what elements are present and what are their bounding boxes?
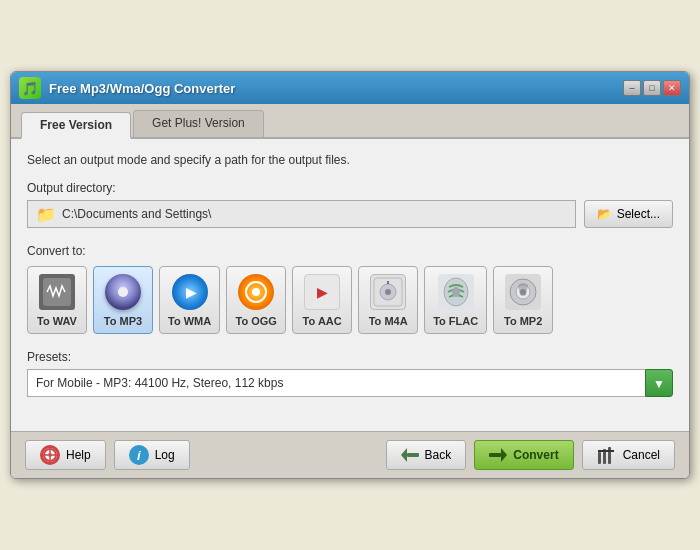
format-btn-flac[interactable]: To FLAC xyxy=(424,266,487,334)
flac-label: To FLAC xyxy=(433,315,478,327)
folder-select-icon: 📂 xyxy=(597,207,612,221)
tabs-bar: Free Version Get Plus! Version xyxy=(11,104,689,139)
format-btn-ogg[interactable]: To OGG xyxy=(226,266,286,334)
main-content: Select an output mode and specify a path… xyxy=(11,139,689,431)
back-button[interactable]: Back xyxy=(386,440,467,470)
ogg-label: To OGG xyxy=(235,315,276,327)
format-btn-wma[interactable]: To WMA xyxy=(159,266,220,334)
presets-row: For Mobile - MP3: 44100 Hz, Stereo, 112 … xyxy=(27,369,673,397)
cancel-icon xyxy=(597,446,617,464)
main-window: 🎵 Free Mp3/Wma/Ogg Converter – □ ✕ Free … xyxy=(10,71,690,479)
m4a-label: To M4A xyxy=(369,315,408,327)
svg-marker-20 xyxy=(501,448,507,462)
convert-button[interactable]: Convert xyxy=(474,440,573,470)
close-button[interactable]: ✕ xyxy=(663,80,681,96)
flac-icon xyxy=(437,273,475,311)
convert-to-label: Convert to: xyxy=(27,244,673,258)
help-button[interactable]: Help xyxy=(25,440,106,470)
folder-icon: 📁 xyxy=(36,205,56,224)
format-btn-mp3[interactable]: To MP3 xyxy=(93,266,153,334)
svg-point-10 xyxy=(520,289,526,295)
wma-label: To WMA xyxy=(168,315,211,327)
log-icon: i xyxy=(129,445,149,465)
back-arrow-icon xyxy=(401,448,419,462)
mp3-label: To MP3 xyxy=(104,315,142,327)
wma-icon xyxy=(171,273,209,311)
cancel-button[interactable]: Cancel xyxy=(582,440,675,470)
ogg-icon xyxy=(237,273,275,311)
presets-label: Presets: xyxy=(27,350,673,364)
select-dir-button[interactable]: 📂 Select... xyxy=(584,200,673,228)
m4a-icon xyxy=(369,273,407,311)
mp2-label: To MP2 xyxy=(504,315,542,327)
window-controls: – □ ✕ xyxy=(623,80,681,96)
minimize-button[interactable]: – xyxy=(623,80,641,96)
window-title: Free Mp3/Wma/Ogg Converter xyxy=(49,81,615,96)
aac-label: To AAC xyxy=(303,315,342,327)
svg-rect-24 xyxy=(598,450,614,452)
wav-label: To WAV xyxy=(37,315,77,327)
wav-icon xyxy=(38,273,76,311)
app-icon: 🎵 xyxy=(19,77,41,99)
bottom-bar: Help i Log Back Convert xyxy=(11,431,689,478)
format-btn-m4a[interactable]: To M4A xyxy=(358,266,418,334)
presets-dropdown-button[interactable] xyxy=(645,369,673,397)
log-label: Log xyxy=(155,448,175,462)
svg-point-5 xyxy=(385,289,391,295)
svg-rect-18 xyxy=(407,453,419,457)
svg-rect-19 xyxy=(489,453,501,457)
svg-point-12 xyxy=(48,453,52,457)
output-dir-row: 📁 C:\Documents and Settings\ 📂 Select... xyxy=(27,200,673,228)
format-btn-aac[interactable]: To AAC xyxy=(292,266,352,334)
maximize-button[interactable]: □ xyxy=(643,80,661,96)
svg-rect-23 xyxy=(608,447,611,464)
format-buttons-group: To WAV To MP3 To WMA xyxy=(27,266,673,334)
svg-marker-17 xyxy=(401,448,407,462)
title-bar: 🎵 Free Mp3/Wma/Ogg Converter – □ ✕ xyxy=(11,72,689,104)
back-label: Back xyxy=(425,448,452,462)
subtitle-text: Select an output mode and specify a path… xyxy=(27,153,673,167)
convert-arrow-icon xyxy=(489,448,507,462)
presets-value: For Mobile - MP3: 44100 Hz, Stereo, 112 … xyxy=(36,376,283,390)
presets-input[interactable]: For Mobile - MP3: 44100 Hz, Stereo, 112 … xyxy=(27,369,645,397)
svg-rect-21 xyxy=(598,452,601,464)
convert-label: Convert xyxy=(513,448,558,462)
mp2-icon xyxy=(504,273,542,311)
format-btn-wav[interactable]: To WAV xyxy=(27,266,87,334)
output-dir-input[interactable]: 📁 C:\Documents and Settings\ xyxy=(27,200,576,228)
help-icon xyxy=(40,445,60,465)
svg-point-2 xyxy=(252,288,260,296)
output-dir-value: C:\Documents and Settings\ xyxy=(62,207,211,221)
mp3-icon xyxy=(104,273,142,311)
aac-icon xyxy=(303,273,341,311)
cancel-label: Cancel xyxy=(623,448,660,462)
tab-free-version[interactable]: Free Version xyxy=(21,112,131,139)
dropdown-arrow-icon xyxy=(653,376,665,391)
svg-point-7 xyxy=(452,287,460,297)
log-button[interactable]: i Log xyxy=(114,440,190,470)
format-btn-mp2[interactable]: To MP2 xyxy=(493,266,553,334)
output-dir-label: Output directory: xyxy=(27,181,673,195)
help-label: Help xyxy=(66,448,91,462)
tab-plus-version[interactable]: Get Plus! Version xyxy=(133,110,264,137)
